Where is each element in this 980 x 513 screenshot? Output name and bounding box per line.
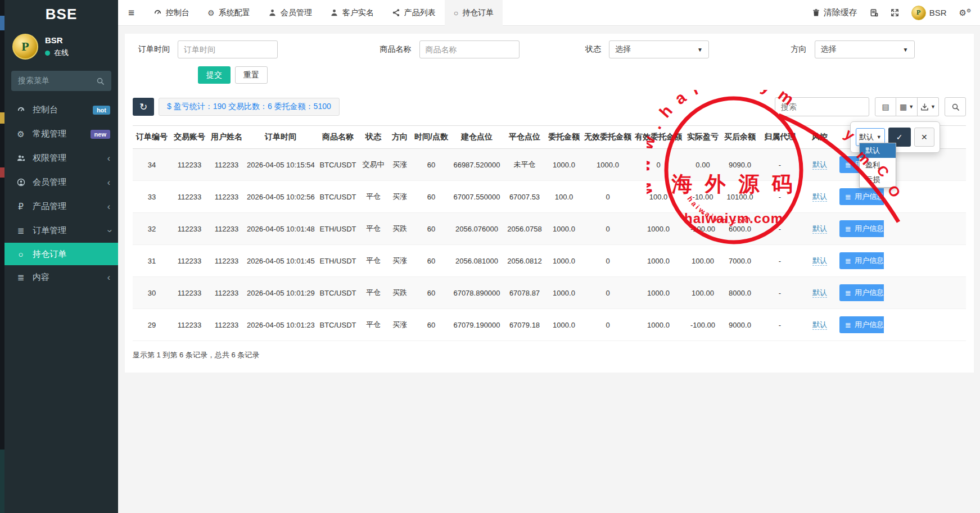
open-price-cell: 66987.520000 [450, 149, 504, 181]
risk-default-link[interactable]: 默认 [812, 224, 827, 234]
balance-cell: 9090.0 [722, 149, 758, 181]
table-row: 341122331122332026-04-05 10:15:54BTC/USD… [133, 149, 966, 181]
orders-tbody: 341122331122332026-04-05 10:15:54BTC/USD… [133, 149, 966, 341]
status-cell: 平仓 [360, 277, 387, 309]
order-id-cell: 32 [133, 213, 171, 245]
dropdown-option-default[interactable]: 默认 [860, 143, 896, 158]
risk-default-link[interactable]: 默认 [812, 288, 827, 298]
order-time-cell: 2026-04-05 10:01:45 [245, 245, 316, 277]
refresh-icon: ↻ [139, 102, 147, 112]
product-cell: ETH/USDT [316, 245, 360, 277]
columns-button[interactable]: ▦ ▼ [896, 97, 918, 116]
gears-icon: ⚙⚙ [959, 8, 971, 18]
balance-cell: 6000.0 [722, 213, 758, 245]
nav-item-product-list[interactable]: 产品列表 [383, 0, 445, 26]
refresh-button[interactable]: ↻ [133, 98, 154, 116]
column-header: 有效委托金额 [633, 126, 684, 149]
balance-cell: 10100.0 [722, 181, 758, 213]
user-info-label: 用户信息 [855, 320, 884, 330]
user-info-button[interactable]: ≣用户信息 [839, 220, 884, 237]
risk-default-link[interactable]: 默认 [812, 256, 827, 266]
sidebar-item-label: 控制台 [33, 105, 58, 115]
detail-view-button[interactable]: ▤ [875, 97, 896, 116]
submit-button[interactable]: 提交 [198, 66, 231, 84]
cancel-button[interactable]: ✕ [914, 128, 934, 147]
user-info-button[interactable]: ≣用户信息 [839, 188, 884, 205]
risk-default-link[interactable]: 默认 [812, 320, 827, 330]
direction-select-value: 选择 [821, 44, 837, 55]
user-name-cell: 112233 [208, 309, 245, 341]
user-name-cell: 112233 [208, 277, 245, 309]
nav-item-label: 客户实名 [342, 8, 374, 18]
order-time-input[interactable] [178, 40, 278, 58]
column-header: 委托金额 [545, 126, 582, 149]
order-id-cell: 30 [133, 277, 171, 309]
sidebar-search-input[interactable]: 搜索菜单 [11, 71, 111, 91]
export-button[interactable]: ▼ [918, 97, 939, 116]
amount-cell: 1000.0 [545, 309, 582, 341]
list-icon: ≣ [845, 257, 851, 265]
sidebar-item-orders[interactable]: ≣ 订单管理 ‹ [4, 219, 118, 243]
nav-item-system-config[interactable]: ⚙ 系统配置 [198, 0, 259, 26]
nav-item-dashboard[interactable]: 控制台 [144, 0, 198, 26]
settings-button[interactable]: ⚙⚙ [959, 8, 971, 18]
column-header: 状态 [360, 126, 387, 149]
fullscreen-button[interactable] [891, 8, 899, 17]
sidebar-item-general[interactable]: ⚙ 常规管理 new [4, 122, 118, 146]
sidebar-item-holding-orders[interactable]: ○ 持仓订单 [4, 243, 118, 265]
table-search-input[interactable] [775, 97, 869, 116]
owner-cell: - [758, 277, 802, 309]
background-window-strip [0, 0, 4, 513]
product-name-input[interactable] [419, 40, 520, 58]
user-menu[interactable]: P BSR [911, 6, 947, 20]
nav-item-members[interactable]: 会员管理 [259, 0, 321, 26]
reset-button[interactable]: 重置 [235, 66, 268, 84]
caret-down-icon: ▼ [931, 104, 936, 110]
sidebar-item-products[interactable]: ₽ 产品管理 ‹ [4, 194, 118, 219]
user-info-button[interactable]: ≣用户信息 [839, 252, 884, 269]
close-price-cell: 67007.53 [504, 181, 545, 213]
gears-icon: ⚙ [15, 129, 27, 139]
caret-down-icon: ▼ [903, 47, 909, 53]
product-cell: BTC/USDT [316, 277, 360, 309]
sidebar-item-label: 会员管理 [33, 177, 66, 188]
risk-default-link[interactable]: 默认 [812, 192, 827, 202]
user-info-button[interactable]: ≣用户信息 [839, 316, 884, 333]
language-button[interactable] [870, 8, 878, 17]
column-header: 订单时间 [245, 126, 316, 149]
dropdown-option-profit[interactable]: 盈利 [860, 158, 896, 172]
sidebar-item-label: 产品管理 [33, 201, 66, 212]
sidebar-item-label: 持仓订单 [33, 249, 66, 260]
sidebar-item-content[interactable]: ≣ 内容 ‹ [4, 265, 118, 289]
dropdown-option-loss[interactable]: 亏损 [860, 172, 896, 187]
nav-item-label: 持仓订单 [462, 8, 494, 18]
search-button[interactable] [945, 97, 966, 116]
pagination-info: 显示第 1 到第 6 条记录，总共 6 条记录 [133, 350, 966, 360]
open-price-cell: 67007.550000 [450, 181, 504, 213]
user-status-label: 在线 [54, 48, 69, 58]
account-cell: 112233 [171, 245, 208, 277]
open-price-cell: 67078.890000 [450, 277, 504, 309]
sidebar-item-dashboard[interactable]: 控制台 hot [4, 98, 118, 122]
nav-item-holding-orders[interactable]: ○ 持仓订单 [445, 0, 503, 26]
status-select[interactable]: 选择 ▼ [609, 40, 709, 58]
user-info-button[interactable]: ≣用户信息 [839, 284, 884, 301]
list-icon: ≣ [15, 273, 27, 283]
user-name-cell: 112233 [208, 213, 245, 245]
hamburger-menu-icon[interactable]: ≡ [118, 7, 144, 19]
sidebar: BSE P BSR 在线 搜索菜单 控制台 hot ⚙ 常规管理 new [4, 0, 118, 513]
nav-item-kyc[interactable]: 客户实名 [321, 0, 383, 26]
sidebar-item-permissions[interactable]: 权限管理 ‹ [4, 146, 118, 170]
amount-cell: 1000.0 [545, 213, 582, 245]
user-info-label: 用户信息 [855, 256, 884, 266]
user-name-cell: 112233 [208, 149, 245, 181]
balance-cell: 9000.0 [722, 309, 758, 341]
direction-select[interactable]: 选择 ▼ [815, 40, 915, 58]
sidebar-item-members[interactable]: 会员管理 ‹ [4, 170, 118, 194]
table-toolbar: ↻ $ 盈亏统计：190 交易比数：6 委托金额：5100 ▤ ▦ ▼ ▼ [133, 97, 966, 116]
owner-cell: - [758, 149, 802, 181]
table-row: 291122331122332026-04-05 10:01:23BTC/USD… [133, 309, 966, 341]
risk-default-link[interactable]: 默认 [812, 160, 827, 170]
account-cell: 112233 [171, 181, 208, 213]
clear-cache-button[interactable]: 清除缓存 [812, 7, 857, 18]
